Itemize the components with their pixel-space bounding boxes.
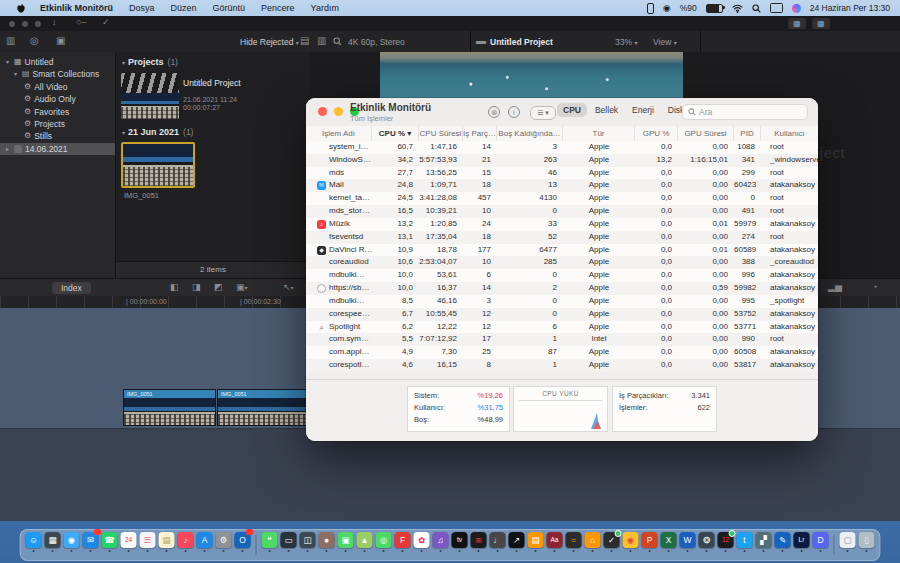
dock-item-twitter[interactable]: t xyxy=(737,532,753,552)
process-row[interactable]: mds_stor…16,510:39,21100Apple0,00,00491r… xyxy=(306,205,818,218)
dock-item-apple-tv[interactable]: tv xyxy=(452,532,468,552)
key-icon[interactable]: ○‒ xyxy=(76,17,86,27)
quit-process-icon[interactable]: ⊗ xyxy=(488,106,500,118)
dock-item-calculator[interactable]: = xyxy=(566,532,582,552)
sidebar-event-selected[interactable]: ▸14.06.2021 xyxy=(0,143,115,155)
am-titlebar[interactable]: Etkinlik Monitörü Tüm İşlemler ⊗ i ☰ ▾ C… xyxy=(306,98,818,127)
process-row[interactable]: fseventsd13,117:35,041852Apple0,00,00274… xyxy=(306,231,818,244)
wifi-icon[interactable] xyxy=(732,4,743,13)
dock-item-messages[interactable]: ❝ xyxy=(262,532,278,552)
am-search-field[interactable]: Ara xyxy=(682,104,808,120)
process-row[interactable]: https://sb…10,016,37142Apple0,00,5959982… xyxy=(306,282,818,295)
dock-item-chrome[interactable]: ◉ xyxy=(623,532,639,552)
process-row[interactable]: com.appl…4,97,302587Apple0,00,0060508ata… xyxy=(306,346,818,359)
dock-item-davinci-resolve[interactable]: ❂ xyxy=(699,532,715,552)
dock-item-facetime[interactable]: ▣ xyxy=(338,532,354,552)
dock-item-photos[interactable]: ✿ xyxy=(414,532,430,552)
dock-item-find-my[interactable]: ◎ xyxy=(376,532,392,552)
projects-header[interactable]: ▾Projects(1) xyxy=(122,57,178,67)
dock-item-podcasts[interactable]: ♫ xyxy=(433,532,449,552)
column-header[interactable]: İş Parç… xyxy=(463,126,497,141)
dock-item-music[interactable]: ♪ xyxy=(178,532,194,552)
dock-item-powerpoint[interactable]: P xyxy=(642,532,658,552)
timeline-clip-2[interactable]: IMG_0051 xyxy=(217,389,310,426)
column-header[interactable]: GPU % xyxy=(635,126,678,141)
process-row[interactable]: mds27,713:56,251546Apple0,00,00299root xyxy=(306,167,818,180)
dock-item-outlook[interactable]: O xyxy=(235,532,251,552)
am-minimize-button[interactable] xyxy=(334,107,343,116)
process-row[interactable]: system_i…60,71:47,16143Apple0,00,001088r… xyxy=(306,141,818,154)
dock-item-screen-mirroring[interactable]: ◫ xyxy=(300,532,316,552)
project-thumbnail[interactable] xyxy=(121,73,179,119)
process-row[interactable]: ⌕Spotlight6,212,22126Apple0,00,0053771at… xyxy=(306,321,818,334)
view-options-dropdown[interactable]: ☰ ▾ xyxy=(530,106,556,120)
list-view-icon[interactable]: ▥ xyxy=(317,35,326,46)
dock-item-trash[interactable]: ▯ xyxy=(859,532,875,552)
device-icon[interactable] xyxy=(647,3,654,14)
process-row[interactable]: mdbulki…8,546,1630Apple0,00,00995_spotli… xyxy=(306,295,818,308)
menu-düzen[interactable]: Düzen xyxy=(163,3,205,13)
display-icon[interactable] xyxy=(770,3,783,13)
timeline-clip-1[interactable]: IMG_0051 xyxy=(123,389,216,426)
dock-item-notes[interactable]: ▤ xyxy=(159,532,175,552)
media-import-icon[interactable]: ▥ xyxy=(6,35,15,46)
dock-item-ms-todo[interactable]: ✓ xyxy=(604,532,620,552)
dock-item-system-settings[interactable]: ⚙ xyxy=(216,532,232,552)
apple-menu[interactable] xyxy=(10,3,32,14)
project-title[interactable]: Untitled Project xyxy=(183,78,241,88)
dock-item-mail[interactable]: ✉ xyxy=(83,532,99,552)
siri-icon[interactable] xyxy=(792,4,801,13)
sidebar-item-all-video[interactable]: ⚙All Video xyxy=(0,81,115,93)
am-close-button[interactable] xyxy=(318,107,327,116)
sidebar-item-audio-only[interactable]: ⚙Audio Only xyxy=(0,93,115,105)
overwrite-clip-icon[interactable]: ▣▾ xyxy=(236,282,248,292)
insert-clip-icon[interactable]: ◨ xyxy=(192,282,201,292)
process-row[interactable]: corespotl…4,616,1581Apple0,00,0053817ata… xyxy=(306,359,818,372)
dock-item-books[interactable]: ▤ xyxy=(528,532,544,552)
connect-clip-icon[interactable]: ◩ xyxy=(214,282,223,292)
index-button[interactable]: Index xyxy=(52,282,91,294)
am-tab-cpu[interactable]: CPU xyxy=(557,103,587,117)
am-tab-enerji[interactable]: Enerji xyxy=(626,103,660,117)
sidebar-smart-collections[interactable]: ▾▤Smart Collections xyxy=(0,68,115,80)
dock-item-reminders[interactable]: ☰ xyxy=(140,532,156,552)
dock-item-garageband[interactable]: ♩ xyxy=(490,532,506,552)
dock-item-stocks[interactable]: ↗ xyxy=(509,532,525,552)
dock-item-flipboard[interactable]: F xyxy=(395,532,411,552)
menu-görüntü[interactable]: Görüntü xyxy=(205,3,254,13)
arrow-tool-icon[interactable]: ↖▾ xyxy=(283,282,294,292)
menu-clock[interactable]: 24 Haziran Per 13:30 xyxy=(810,3,890,13)
dock-item-app-store[interactable]: A xyxy=(197,532,213,552)
menu-pencere[interactable]: Pencere xyxy=(253,3,303,13)
dock-item-voice-memos[interactable]: ≋ xyxy=(471,532,487,552)
process-row[interactable]: WindowS…34,25:57:53,9321263Apple13,21:16… xyxy=(306,154,818,167)
dock-item-mission-control[interactable]: ▭ xyxy=(281,532,297,552)
inspect-process-icon[interactable]: i xyxy=(508,106,520,118)
menu-app-name[interactable]: Etkinlik Monitörü xyxy=(32,3,121,13)
clip-view-icon[interactable]: ▤ xyxy=(300,35,309,46)
menu-dosya[interactable]: Dosya xyxy=(121,3,163,13)
dock-item-documents[interactable]: ▢ xyxy=(840,532,856,552)
column-header[interactable]: CPU % ▾ xyxy=(372,126,419,141)
clip-thumbnail-selected[interactable] xyxy=(121,142,195,188)
download-icon[interactable]: ↓ xyxy=(52,17,57,27)
process-row[interactable]: ♪Müzik13,21:20,852433Apple0,00,0159979at… xyxy=(306,218,818,231)
process-row[interactable]: coreaudiod10,62:53:04,0710285Apple0,00,0… xyxy=(306,256,818,269)
workspace-grid2-icon[interactable]: ▦ xyxy=(812,18,830,29)
column-header[interactable]: PID xyxy=(734,126,761,141)
sidebar-item-projects[interactable]: ⚙Projects xyxy=(0,118,115,130)
dock-item-home[interactable]: ⌂ xyxy=(585,532,601,552)
dock-item-podcasts-brown[interactable]: ● xyxy=(319,532,335,552)
dock-item-calendar[interactable]: 24 xyxy=(121,532,137,552)
zoom-dropdown[interactable]: 33% ▾ xyxy=(615,37,637,47)
browser-search-icon[interactable] xyxy=(333,36,342,47)
workspace-grid-icon[interactable]: ▦ xyxy=(788,18,806,29)
sidebar-item-stills[interactable]: ⚙Stills xyxy=(0,130,115,142)
column-header[interactable]: CPU Süresi xyxy=(419,126,463,141)
check-circle-icon[interactable]: ✓ xyxy=(102,17,110,27)
column-header[interactable]: Boş Kaldığında… xyxy=(497,126,563,141)
spotlight-icon[interactable] xyxy=(752,4,761,13)
filter-dropdown[interactable]: Hide Rejected ▾ xyxy=(240,37,299,47)
dock-item-finder[interactable]: ☺ xyxy=(26,532,42,552)
am-tab-bellek[interactable]: Bellek xyxy=(589,103,624,117)
